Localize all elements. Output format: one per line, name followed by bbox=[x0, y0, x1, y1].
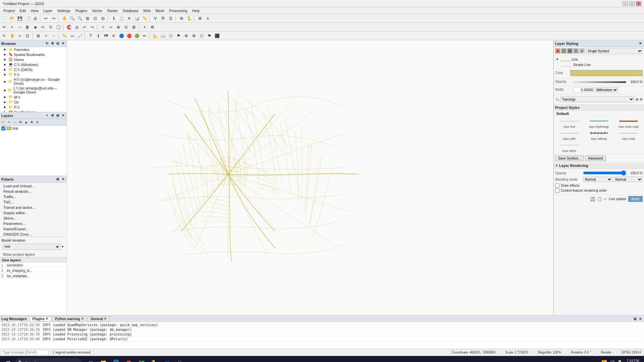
tb-undo[interactable]: ↩ bbox=[42, 15, 50, 22]
menu-view[interactable]: View bbox=[29, 8, 41, 13]
browser-collapse-icon[interactable]: ⊟ bbox=[55, 41, 60, 46]
taskbar-app-mail[interactable]: ✉ bbox=[161, 357, 173, 362]
taskbar-wifi-icon[interactable]: 📶 bbox=[601, 360, 607, 362]
taskbar-app-chrome[interactable]: ⬤ bbox=[123, 357, 135, 362]
taskbar-app-maps[interactable]: 🗺 bbox=[136, 357, 148, 362]
tb-print[interactable]: 🖨 bbox=[32, 15, 39, 22]
style-topo-road[interactable]: topo road bbox=[614, 130, 643, 140]
tb3-atlas[interactable]: 📖 bbox=[159, 32, 167, 40]
tb3-pointer[interactable]: ↖ bbox=[1, 32, 8, 40]
style-topo-main-road[interactable]: topo main road bbox=[614, 118, 643, 128]
menu-database[interactable]: Database bbox=[121, 8, 141, 13]
topology-select[interactable]: Topology bbox=[560, 96, 634, 102]
layer-item-link[interactable]: link bbox=[0, 126, 67, 131]
taskbar-sound-icon[interactable]: 🔊 bbox=[609, 360, 615, 362]
topology-settings-icon[interactable]: ⚙ bbox=[640, 98, 643, 101]
polaris-transit-active[interactable]: Transit and active... bbox=[1, 205, 66, 210]
tb2-copy[interactable]: ⎘ bbox=[47, 23, 54, 31]
browser-refresh-icon[interactable]: ↻ bbox=[45, 41, 49, 46]
tb2-snapping[interactable]: 🧲 bbox=[65, 23, 73, 31]
tb2-georef[interactable]: ⌖ bbox=[141, 23, 148, 31]
tb3-tooltip[interactable]: ? bbox=[87, 32, 94, 40]
style-topo-steps[interactable]: topo steps bbox=[555, 142, 583, 153]
log-tab-plugins-close[interactable]: ✕ bbox=[46, 317, 48, 320]
tb2-merge[interactable]: ⊕ bbox=[115, 23, 122, 31]
tb2-edit[interactable]: ✏ bbox=[1, 23, 8, 31]
menu-help[interactable]: Help bbox=[190, 8, 202, 13]
maximize-button[interactable]: □ bbox=[629, 1, 635, 6]
style-topo-path[interactable]: topo path bbox=[555, 130, 583, 140]
tb-addraster[interactable]: R bbox=[159, 15, 167, 22]
tb-zoomselect[interactable]: ⊟ bbox=[99, 15, 107, 22]
browser-f[interactable]: ▶📁F:\\ bbox=[0, 72, 67, 77]
tb2-deletefeature[interactable]: 🗑 bbox=[24, 23, 31, 31]
tb-processing[interactable]: ⚙ bbox=[196, 15, 204, 22]
taskbar-datetime[interactable]: 7:24 PM 10/10/2023 bbox=[625, 359, 641, 362]
tb3-extra1[interactable]: 🔴 bbox=[125, 32, 133, 40]
polaris-close-icon[interactable]: ✕ bbox=[61, 177, 65, 182]
tb3-digipol[interactable]: ⛭ bbox=[110, 32, 117, 40]
layer-type-icon-point[interactable]: ● bbox=[567, 48, 573, 54]
layer-type-icon-rule[interactable]: ≡ bbox=[573, 48, 579, 54]
layers-add-group-icon[interactable]: + bbox=[6, 120, 12, 125]
tb2-settings[interactable]: ⚙ bbox=[149, 23, 156, 31]
layers-add-icon[interactable]: + bbox=[45, 113, 49, 118]
tb3-pan[interactable]: ✋ bbox=[8, 32, 16, 40]
tb-attrtable[interactable]: 📊 bbox=[133, 15, 141, 22]
tb-zoomin[interactable]: 🔍 bbox=[68, 15, 76, 22]
menu-processing[interactable]: Processing bbox=[167, 8, 189, 13]
polaris-traffic[interactable]: Traffic... bbox=[1, 194, 66, 199]
style-topo-foot[interactable]: topo foot bbox=[555, 118, 583, 128]
log-tab-python-warning[interactable]: Python warning ✕ bbox=[52, 316, 87, 321]
menu-mesh[interactable]: Mesh bbox=[153, 8, 166, 13]
tb3-zoom-out[interactable]: − bbox=[50, 32, 57, 40]
layers-visibility-icon[interactable]: 👁 bbox=[18, 120, 23, 125]
layers-open-icon[interactable]: 📂 bbox=[1, 120, 6, 125]
tb3-extra3[interactable]: ✏ bbox=[141, 32, 148, 40]
tb3-extra2[interactable]: 🟢 bbox=[133, 32, 141, 40]
polaris-tnc[interactable]: TNC... bbox=[1, 199, 66, 205]
model-select[interactable]: root bbox=[3, 244, 60, 250]
save-symbol-button[interactable]: Save Symbol... bbox=[555, 156, 584, 161]
taskbar-app-task-view[interactable]: ⊡ bbox=[85, 357, 97, 362]
minimize-button[interactable]: — bbox=[623, 1, 628, 6]
draw-effects-checkbox[interactable] bbox=[555, 183, 559, 188]
tb2-paste[interactable]: 📋 bbox=[55, 23, 62, 31]
tb2-movefeature[interactable]: ↔ bbox=[16, 23, 23, 31]
geo-row-1[interactable]: 1 connection bbox=[0, 263, 67, 268]
tb3-extra8[interactable]: ⬡ bbox=[198, 32, 205, 40]
topology-link-icon[interactable]: ⊞ bbox=[636, 98, 638, 101]
log-tab-general[interactable]: General ✕ bbox=[88, 316, 110, 321]
tb3-extra5[interactable]: ⚑ bbox=[175, 32, 182, 40]
menu-raster[interactable]: Raster bbox=[105, 8, 120, 13]
layer-styling-close-icon[interactable]: ✕ bbox=[638, 41, 643, 46]
tb-python[interactable]: 🐍 bbox=[185, 15, 193, 22]
symbol-tree-dropdown-icon[interactable]: ▼ bbox=[556, 58, 559, 61]
taskbar-app-file-explorer[interactable]: 📁 bbox=[97, 357, 109, 362]
tb-algo[interactable]: ≡ bbox=[204, 15, 211, 22]
browser-p[interactable]: ▶📁P:\\ bbox=[0, 105, 67, 110]
blending-layer-select[interactable]: Normal bbox=[583, 177, 612, 182]
menu-layer[interactable]: Layer bbox=[41, 8, 55, 13]
log-tab-general-close[interactable]: ✕ bbox=[104, 317, 107, 320]
polaris-danger-zone[interactable]: DANGER Zone... bbox=[1, 232, 66, 237]
menu-web[interactable]: Web bbox=[141, 8, 153, 13]
tb3-osm[interactable]: 🗺 bbox=[102, 32, 110, 40]
tb3-extra7[interactable]: ⚙ bbox=[190, 32, 198, 40]
tb-saveas[interactable]: 📑 bbox=[24, 15, 31, 22]
tb3-profile[interactable]: 📈 bbox=[76, 32, 84, 40]
tb-zoomout[interactable]: 🔍 bbox=[76, 15, 84, 22]
tb3-help[interactable]: ℹ bbox=[95, 32, 102, 40]
taskbar-app-edge[interactable]: 🌐 bbox=[110, 357, 122, 362]
layers-up-icon[interactable]: ▲ bbox=[23, 120, 29, 125]
width-input[interactable] bbox=[573, 87, 593, 93]
tb2-undo[interactable]: ↩ bbox=[81, 23, 88, 31]
tb3-measure-area[interactable]: ▭ bbox=[68, 32, 76, 40]
layer-visibility-link[interactable] bbox=[1, 126, 5, 130]
polaris-supply-editor[interactable]: Supply editor... bbox=[1, 210, 66, 216]
tb3-extra9[interactable]: ⚑ bbox=[206, 32, 213, 40]
browser-l[interactable]: ▶📁L:\\ (pc.amargo@uci.edu – Google Drive… bbox=[0, 86, 67, 95]
browser-c-windows[interactable]: ▶💻C:\\ (Windows) bbox=[0, 62, 67, 67]
browser-favorites[interactable]: ▶⭐Favorites bbox=[0, 47, 67, 52]
taskbar-app-python[interactable]: 🐍 bbox=[148, 357, 160, 362]
